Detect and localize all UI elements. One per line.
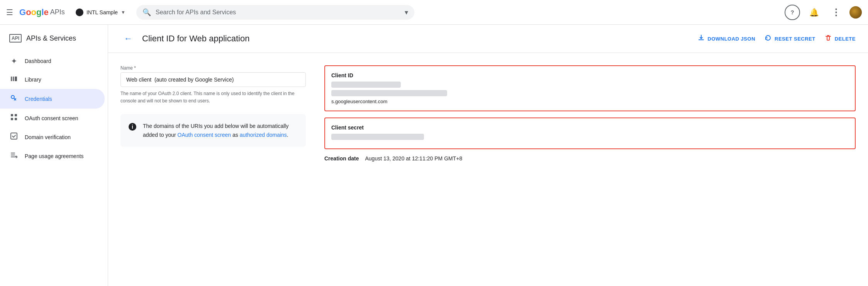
sidebar-label-library: Library [25,77,41,83]
menu-icon[interactable]: ☰ [6,8,13,17]
sidebar-item-dashboard[interactable]: ✦ Dashboard [0,52,105,70]
client-secret-panel: Client secret [324,117,856,149]
form-content: Name * The name of your OAuth 2.0 client… [108,53,868,174]
sidebar-label-dashboard: Dashboard [25,58,51,64]
svg-rect-4 [11,114,13,116]
client-secret-blurred [331,134,424,140]
logo-g-red2: e [44,7,49,17]
authorized-domains-link[interactable]: authorized domains [240,132,287,138]
svg-rect-7 [15,118,17,120]
sidebar-item-library[interactable]: Library [0,70,105,89]
topbar: ☰ Google APIs INTL Sample ▼ 🔍 Search for… [0,0,868,25]
search-bar[interactable]: 🔍 Search for APIs and Services ▾ [136,5,414,20]
delete-label: DELETE [835,36,856,42]
credentials-icon [9,94,19,104]
client-id-blurred-2 [331,90,447,96]
form-left: Name * The name of your OAuth 2.0 client… [120,65,306,162]
info-text-after: . [287,132,288,138]
content-area: ← Client ID for Web application DOWNLOAD… [108,25,868,286]
domain-verification-icon [9,132,19,142]
svg-rect-0 [11,77,12,81]
svg-rect-5 [11,118,13,120]
back-button[interactable]: ← [120,31,136,46]
form-right: Client ID s.googleusercontent.com Client… [324,65,856,162]
sidebar-item-credentials[interactable]: Credentials [0,89,105,109]
avatar[interactable] [849,6,862,19]
delete-icon [825,34,832,43]
apis-text: APIs [50,8,65,16]
delete-button[interactable]: DELETE [825,34,856,43]
project-name: INTL Sample [86,9,118,15]
client-id-blurred-1 [331,82,401,88]
logo-g-yellow: o [31,7,36,17]
info-text-between: as [231,132,240,138]
project-dot-icon [76,9,83,16]
reset-secret-button[interactable]: RESET SECRET [765,34,815,43]
svg-rect-11 [11,157,15,157]
sidebar-header: API APIs & Services [0,28,108,49]
logo-g-red: o [26,7,31,17]
info-box: i The domains of the URIs you add below … [120,114,306,147]
sidebar-item-domain-verification[interactable]: Domain verification [0,128,105,146]
dashboard-icon: ✦ [9,56,19,66]
info-text: The domains of the URIs you add below wi… [143,122,298,139]
svg-text:i: i [132,124,133,130]
creation-date-label: Creation date [324,155,359,162]
project-dropdown-icon: ▼ [121,10,125,15]
svg-rect-9 [11,153,15,153]
sidebar-label-domain-verification: Domain verification [25,134,71,140]
svg-rect-8 [11,133,17,139]
main-layout: API APIs & Services ✦ Dashboard Library … [0,25,868,286]
creation-date-row: Creation date August 13, 2020 at 12:11:2… [324,155,856,162]
sidebar: API APIs & Services ✦ Dashboard Library … [0,25,108,286]
reset-icon [765,34,771,43]
name-field-input[interactable] [120,72,306,87]
oauth-consent-icon [9,113,19,123]
svg-rect-2 [15,77,17,81]
download-icon [698,34,705,43]
client-secret-label: Client secret [331,124,849,131]
header-actions: DOWNLOAD JSON RESET SECRET DELETE [698,34,856,43]
reset-secret-label: RESET SECRET [775,36,815,42]
project-selector[interactable]: INTL Sample ▼ [71,7,130,18]
page-header: ← Client ID for Web application DOWNLOAD… [108,25,868,53]
sidebar-item-oauth-consent[interactable]: OAuth consent screen [0,109,105,128]
search-input[interactable]: Search for APIs and Services [156,9,400,16]
sidebar-label-credentials: Credentials [25,96,52,102]
search-dropdown-icon: ▾ [405,8,408,17]
download-json-button[interactable]: DOWNLOAD JSON [698,34,756,43]
google-apis-logo: Google APIs [19,7,65,17]
client-id-panel: Client ID s.googleusercontent.com [324,65,856,111]
logo-g-green: g [36,7,41,17]
library-icon [9,75,19,84]
oauth-consent-link[interactable]: OAuth consent screen [178,132,231,138]
client-id-suffix: s.googleusercontent.com [331,99,849,104]
more-options-icon[interactable]: ⋮ [828,5,843,20]
sidebar-item-page-usage[interactable]: Page usage agreements [0,146,105,165]
svg-rect-6 [15,114,17,116]
sidebar-title: APIs & Services [26,34,76,43]
search-icon: 🔍 [142,8,151,17]
page-usage-icon [9,151,19,161]
topbar-actions: ? 🔔 ⋮ [785,5,862,20]
help-icon[interactable]: ? [785,5,800,20]
notifications-icon[interactable]: 🔔 [806,5,822,20]
creation-date-value: August 13, 2020 at 12:11:20 PM GMT+8 [365,155,462,162]
sidebar-nav: ✦ Dashboard Library Credentials OAut [0,49,108,169]
download-json-label: DOWNLOAD JSON [708,36,756,42]
page-title: Client ID for Web application [142,34,692,44]
name-field-description: The name of your OAuth 2.0 client. This … [120,90,306,105]
sidebar-label-page-usage: Page usage agreements [25,153,84,159]
sidebar-label-oauth-consent: OAuth consent screen [25,115,78,121]
name-field-label: Name * [120,65,306,71]
info-icon: i [128,123,137,133]
logo-g-blue: G [19,7,26,17]
svg-rect-10 [11,155,15,155]
client-id-label: Client ID [331,72,849,78]
svg-rect-1 [13,77,14,81]
api-badge: API [9,34,22,43]
